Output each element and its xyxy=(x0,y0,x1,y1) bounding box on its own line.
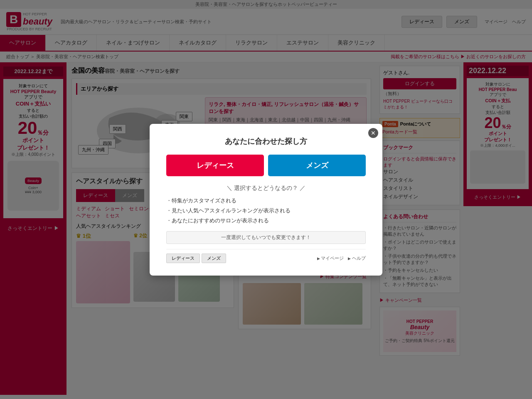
modal-buttons: レディース メンズ xyxy=(166,155,366,176)
modal-footer-mypage-link[interactable]: マイページ xyxy=(317,255,344,261)
modal-footer-tabs: レディース メンズ xyxy=(166,254,226,263)
modal-question: ＼ 選択するとどうなるの？ ／ xyxy=(166,185,366,192)
gender-selection-modal: ✕ あなたに合わせた探し方 レディース メンズ ＼ 選択するとどうなるの？ ／ … xyxy=(150,124,382,276)
modal-ladies-button[interactable]: レディース xyxy=(166,155,264,176)
modal-footer: レディース メンズ マイページ ヘルプ xyxy=(166,249,366,263)
modal-footer-links: マイページ ヘルプ xyxy=(317,255,366,261)
modal-title: あなたに合わせた探し方 xyxy=(166,136,366,146)
modal-points: 特集がカスタマイズされる 見たい人気ヘアスタイルランキングが表示される あなたに… xyxy=(166,197,366,224)
modal-note-box: 一度選択してもいつでも変更できます！ xyxy=(166,231,366,244)
modal-point-3: あなたにおすすめのサロンが表示される xyxy=(166,217,366,224)
modal-footer-tab-ladies[interactable]: レディース xyxy=(166,254,200,263)
modal-footer-tab-mens[interactable]: メンズ xyxy=(202,254,226,263)
modal-footer-help-link[interactable]: ヘルプ xyxy=(348,255,366,261)
modal-point-1: 特集がカスタマイズされる xyxy=(166,197,366,204)
modal-overlay: ✕ あなたに合わせた探し方 レディース メンズ ＼ 選択するとどうなるの？ ／ … xyxy=(0,0,532,395)
modal-close-button[interactable]: ✕ xyxy=(368,128,378,138)
modal-mens-button[interactable]: メンズ xyxy=(268,155,366,176)
modal-point-2: 見たい人気ヘアスタイルランキングが表示される xyxy=(166,207,366,214)
